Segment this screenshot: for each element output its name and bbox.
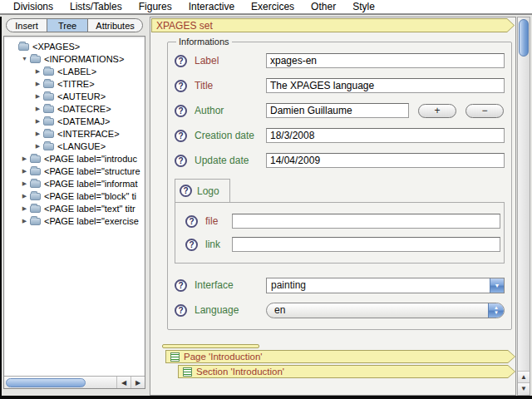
scroll-right-button[interactable]: ▶ <box>131 377 145 388</box>
panel-tab-bar: Insert Tree Attributes <box>6 18 143 32</box>
scrollbar-buttons: ▲ ▼ <box>518 371 530 394</box>
tree-item-page-text[interactable]: ▶ <PAGE label="text" titr <box>4 202 145 214</box>
help-icon[interactable]: ? <box>175 304 187 317</box>
tree-item-label-node[interactable]: ▶ <LABEL> <box>4 65 145 77</box>
field-label: Interface <box>195 279 266 291</box>
paragraph-row: Paragraph <box>190 380 515 395</box>
update-date-input[interactable] <box>266 153 505 168</box>
tab-insert[interactable]: Insert <box>7 19 47 32</box>
author-input[interactable] <box>266 103 409 118</box>
tree-item-label: <AUTEUR> <box>57 91 106 101</box>
dropdown-arrow-icon[interactable]: ▼ <box>490 278 504 293</box>
creation-date-input[interactable] <box>266 128 505 143</box>
tree-item-titre[interactable]: ▶ <TITRE> <box>4 77 145 90</box>
scrollbar-thumb[interactable] <box>519 19 529 57</box>
tree-item-informations[interactable]: ▼ <INFORMATIONS> <box>4 52 145 65</box>
disclosure-triangle-icon[interactable]: ▶ <box>33 106 42 112</box>
logo-group-tab[interactable]: ? Logo <box>175 179 230 203</box>
folder-icon <box>30 180 41 188</box>
disclosure-triangle-icon[interactable]: ▶ <box>33 143 42 150</box>
tree-item-xpages[interactable]: <XPAGES> <box>4 40 145 52</box>
window-bottom-edge <box>0 396 532 399</box>
disclosure-triangle-icon[interactable]: ▼ <box>20 56 29 62</box>
help-icon[interactable]: ? <box>180 185 192 197</box>
label-input[interactable] <box>266 53 505 68</box>
disclosure-triangle-icon[interactable]: ▶ <box>20 205 29 212</box>
document-vertical-scrollbar[interactable]: ▲ ▼ <box>517 17 530 396</box>
tree-item-auteur[interactable]: ▶ <AUTEUR> <box>4 90 145 102</box>
tree-item-label: <TITRE> <box>57 79 95 89</box>
disclosure-triangle-icon[interactable]: ▶ <box>33 93 42 100</box>
tag-label: Paragraph <box>191 381 203 392</box>
scrollbar-thumb[interactable] <box>6 378 86 387</box>
tree-item-label: <PAGE label="exercise <box>44 216 139 226</box>
interface-selected-value: painting <box>271 279 306 291</box>
page-introduction-banner[interactable]: Page 'Introduction' <box>165 350 515 363</box>
help-icon[interactable]: ? <box>175 105 187 117</box>
menu-exercices[interactable]: Exercices <box>243 0 303 13</box>
menu-divisions[interactable]: Divisions <box>5 0 62 13</box>
menu-interactive[interactable]: Interactive <box>180 0 243 13</box>
menu-lists-tables[interactable]: Lists/Tables <box>62 0 131 13</box>
field-label: Language <box>195 304 266 316</box>
help-icon[interactable]: ? <box>185 239 198 251</box>
scroll-left-button[interactable]: ◀ <box>116 377 131 388</box>
disclosure-triangle-icon[interactable]: ▶ <box>20 218 29 224</box>
stepper-arrows-icon[interactable]: ▲ ▼ <box>488 303 504 318</box>
tree-item-page-informat[interactable]: ▶ <PAGE label="informat <box>4 177 145 190</box>
disclosure-triangle-icon[interactable]: ▶ <box>33 131 42 137</box>
tree-item-interface[interactable]: ▶ <INTERFACE> <box>4 127 145 140</box>
tree-item-label: <INTERFACE> <box>57 129 120 139</box>
disclosure-triangle-icon[interactable]: ▶ <box>33 81 42 87</box>
disclosure-triangle-icon[interactable]: ▶ <box>20 193 29 200</box>
title-input[interactable] <box>266 78 505 93</box>
help-icon[interactable]: ? <box>175 80 187 92</box>
help-icon[interactable]: ? <box>175 55 187 67</box>
help-icon[interactable]: ? <box>175 130 187 142</box>
disclosure-triangle-icon[interactable]: ▶ <box>33 118 42 125</box>
field-row-file: ? file <box>185 209 500 233</box>
tree-item-page-introduction[interactable]: ▶ <PAGE label="introduc <box>4 152 145 165</box>
disclosure-triangle-icon[interactable]: ▶ <box>20 168 29 175</box>
help-icon[interactable]: ? <box>185 215 198 228</box>
folder-icon <box>43 131 54 138</box>
field-row-label: ? Label <box>175 48 505 73</box>
tree-item-page-exercise[interactable]: ▶ <PAGE label="exercise <box>4 214 145 227</box>
tree-item-page-structure[interactable]: ▶ <PAGE label="structure <box>4 165 145 177</box>
list-icon <box>183 367 192 377</box>
language-combobox[interactable]: en ▲ ▼ <box>266 303 505 318</box>
disclosure-triangle-icon[interactable]: ▶ <box>33 68 42 75</box>
help-icon[interactable]: ? <box>175 279 187 292</box>
logo-link-input[interactable] <box>232 237 500 252</box>
menu-bar: Divisions Lists/Tables Figures Interacti… <box>0 0 532 15</box>
tree-item-datemaj[interactable]: ▶ <DATEMAJ> <box>4 115 145 127</box>
xpages-set-banner[interactable]: XPAGES set <box>151 18 515 32</box>
help-icon[interactable]: ? <box>175 155 187 167</box>
menu-style[interactable]: Style <box>344 0 383 13</box>
disclosure-triangle-icon[interactable]: ▶ <box>20 180 29 187</box>
remove-author-button[interactable]: − <box>466 104 504 118</box>
interface-dropdown[interactable]: painting ▼ <box>266 278 505 293</box>
tree-item-page-block[interactable]: ▶ <PAGE label="block" ti <box>4 190 145 202</box>
tree-horizontal-scrollbar[interactable]: ◀ ▶ <box>4 376 145 388</box>
logo-label: Logo <box>197 185 219 197</box>
tree-item-label: <DATECRE> <box>57 104 111 114</box>
tree-item-label: <LANGUE> <box>57 141 106 151</box>
xml-tree-view[interactable]: <XPAGES> ▼ <INFORMATIONS> ▶ <LABEL> ▶ <T… <box>3 36 145 389</box>
tree-item-datecre[interactable]: ▶ <DATECRE> <box>4 102 145 115</box>
add-author-button[interactable]: + <box>418 104 456 118</box>
scroll-down-button[interactable]: ▼ <box>518 382 530 394</box>
menu-other[interactable]: Other <box>303 0 344 13</box>
logo-file-input[interactable] <box>232 214 500 229</box>
tab-tree[interactable]: Tree <box>47 19 87 32</box>
scroll-up-button[interactable]: ▲ <box>518 371 530 382</box>
tree-item-langue[interactable]: ▶ <LANGUE> <box>4 140 145 152</box>
disclosure-triangle-icon[interactable]: ▶ <box>20 155 29 162</box>
tree-item-label: <LABEL> <box>57 66 96 76</box>
tree-item-label: <PAGE label="informat <box>44 179 138 189</box>
tab-attributes[interactable]: Attributes <box>87 19 142 32</box>
section-introduction-banner[interactable]: Section 'Introduction' <box>178 365 515 378</box>
folder-icon <box>43 118 54 126</box>
folder-icon <box>43 81 54 88</box>
menu-figures[interactable]: Figures <box>131 0 180 13</box>
